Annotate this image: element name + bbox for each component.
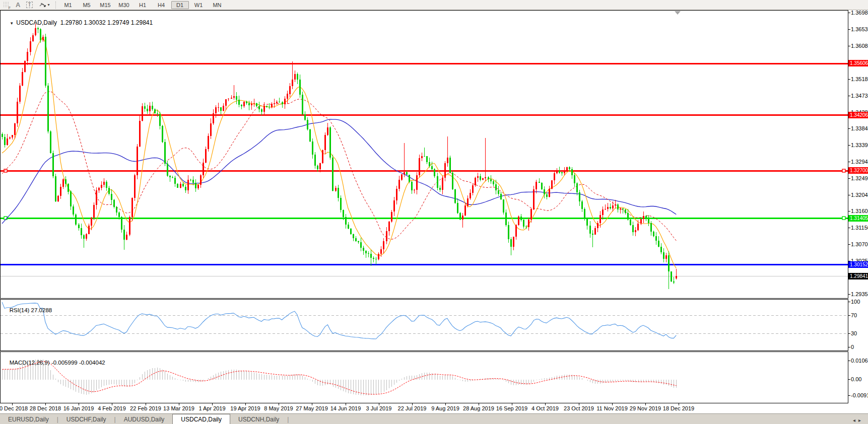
price-tick-label-tick (848, 96, 850, 96)
price-tick-label-tick (848, 29, 850, 30)
date-label: 13 Mar 2019 (163, 405, 194, 411)
price-level-chip: 1.35606 (848, 60, 868, 66)
timeframe-button-w1[interactable]: W1 (190, 1, 208, 9)
tab-audusd[interactable]: AUDUSD,Daily (116, 415, 173, 424)
price-tick-label-tick (848, 79, 850, 80)
chart-shift-marker[interactable] (675, 11, 681, 15)
price-level-chip: 1.34206 (848, 112, 868, 118)
price-tick-label-tick (848, 228, 850, 228)
timeframe-buttons: M1M5M15M30H1H4D1W1MN (59, 1, 227, 9)
date-label: 16 Sep 2019 (496, 405, 527, 411)
rsi-tick-label-tick (848, 347, 850, 347)
price-tick-label: 1.32490 (851, 175, 868, 182)
rsi-tick-label-tick (848, 333, 850, 334)
price-tick-label: 1.31150 (851, 225, 868, 231)
date-label: 16 Jan 2019 (63, 405, 94, 411)
text-label-tool-button[interactable]: A (13, 1, 23, 9)
date-label: 22 Feb 2019 (130, 405, 161, 411)
macd-label: MACD(12,26,9) -0.005999 -0.004042 (3, 354, 105, 372)
date-label: 19 Apr 2019 (230, 405, 260, 411)
price-tick-label: 1.29350 (851, 291, 868, 298)
timeframe-button-h4[interactable]: H4 (153, 1, 170, 9)
date-label: 4 Oct 2019 (531, 405, 559, 411)
chart-title: ▼USDCAD,Daily 1.29780 1.30032 1.29749 1.… (3, 12, 153, 33)
date-label: 29 Nov 2019 (630, 405, 661, 411)
collapse-triangle-icon[interactable]: ▼ (10, 21, 14, 26)
macd-tick-label-tick (848, 361, 850, 361)
rsi-tick-label-tick (848, 315, 850, 316)
price-tick-label-tick (848, 13, 850, 13)
tab-usdchf[interactable]: USDCHF,Daily (58, 415, 114, 424)
rsi-value: 27.0288 (31, 307, 52, 313)
ohlc-open: 1.29780 (60, 19, 82, 26)
timeframe-button-h1[interactable]: H1 (134, 1, 152, 9)
date-label: 18 Dec 2019 (663, 405, 694, 411)
timeframe-button-d1[interactable]: D1 (171, 1, 189, 9)
tab-usdcad[interactable]: USDCAD,Daily (172, 414, 230, 424)
date-label: 9 Aug 2019 (431, 405, 459, 411)
price-tick-label: 1.31600 (851, 208, 868, 215)
toolbar-separator (55, 2, 56, 9)
price-tick-label: 1.34730 (851, 93, 868, 99)
date-label: 4 Feb 2019 (98, 405, 126, 411)
ohlc-low: 1.29749 (107, 19, 129, 26)
timeframe-button-m15[interactable]: M15 (97, 1, 114, 9)
date-label: 22 Jul 2019 (398, 405, 427, 411)
date-label: 23 Oct 2019 (564, 405, 594, 411)
tab-eurusd[interactable]: EURUSD,Daily (0, 415, 57, 424)
timeframe-button-m30[interactable]: M30 (115, 1, 133, 9)
rsi-tick-label: 100 (851, 299, 860, 305)
price-level-chip: 1.31405 (848, 215, 868, 222)
price-tick-label-tick (848, 145, 850, 146)
price-level-chip: 1.32700 (848, 167, 868, 174)
rsi-name: RSI(14) (10, 307, 30, 313)
chart-tab-bar: EURUSD,Daily|USDCHF,Daily|AUDUSD,DailyUS… (0, 413, 868, 424)
macd-name: MACD(12,26,9) (10, 360, 50, 366)
date-label: 3 Jul 2019 (366, 405, 392, 411)
letter-a-icon: A (16, 1, 20, 9)
macd-tick-label: 0.010615 (851, 358, 868, 364)
price-level-chip: 1.29841 (848, 273, 868, 279)
price-tick-label: 1.33390 (851, 142, 868, 149)
price-level-chip: 1.30152 (848, 261, 868, 268)
macd-value-signal: -0.004042 (79, 360, 105, 366)
toolbar: F A T ▾ M1M5M15M30H1H4D1W1MN (0, 0, 868, 10)
dropdown-caret-icon: ▾ (48, 3, 50, 7)
macd-tick-label: 0.00 (851, 376, 861, 383)
date-label: 14 Jun 2019 (330, 405, 361, 411)
macd-tick-label-tick (848, 379, 850, 380)
main-chart[interactable] (0, 10, 848, 299)
date-label: 10 Dec 2018 (0, 405, 28, 411)
rsi-panel[interactable] (0, 299, 848, 351)
tab-usdcnh[interactable]: USDCNH,Daily (230, 415, 287, 424)
date-label: 28 Dec 2018 (30, 405, 61, 411)
ohlc-close: 1.29841 (131, 19, 153, 26)
text-box-tool-button[interactable]: T (23, 1, 35, 9)
timeframe-button-mn[interactable]: MN (209, 1, 226, 9)
grip-grid-icon[interactable]: F (0, 1, 13, 9)
macd-tick-label-tick (848, 395, 850, 396)
rsi-tick-label: 0 (851, 344, 854, 350)
price-tick-label: 1.36080 (851, 43, 868, 49)
macd-tick-label: -0.00918 (851, 392, 868, 399)
date-label: 1 Apr 2019 (198, 405, 225, 411)
price-tick-label-tick (848, 244, 850, 245)
price-tick-label-tick (848, 162, 850, 162)
tab-scroll-arrows[interactable]: ◂▸ (853, 417, 868, 424)
price-tick-label: 1.35180 (851, 76, 868, 83)
diagonal-arrows-icon (39, 2, 46, 8)
price-tick-label: 1.32040 (851, 192, 868, 198)
timeframe-button-m5[interactable]: M5 (78, 1, 96, 9)
macd-panel[interactable] (0, 351, 848, 403)
date-label: 28 Aug 2019 (463, 405, 494, 411)
date-label: 27 May 2019 (296, 405, 328, 411)
rsi-tick-label: 30 (851, 330, 857, 337)
date-axis: 10 Dec 201828 Dec 201816 Jan 20194 Feb 2… (0, 403, 868, 413)
arrows-tool-button[interactable]: ▾ (36, 1, 53, 9)
price-tick-label: 1.36530 (851, 26, 868, 33)
tab-separator: | (287, 416, 289, 424)
chart-symbol: USDCAD,Daily (16, 19, 57, 26)
price-tick-label-tick (848, 178, 850, 179)
timeframe-button-m1[interactable]: M1 (59, 1, 77, 9)
rsi-tick-label: 70 (851, 312, 857, 319)
